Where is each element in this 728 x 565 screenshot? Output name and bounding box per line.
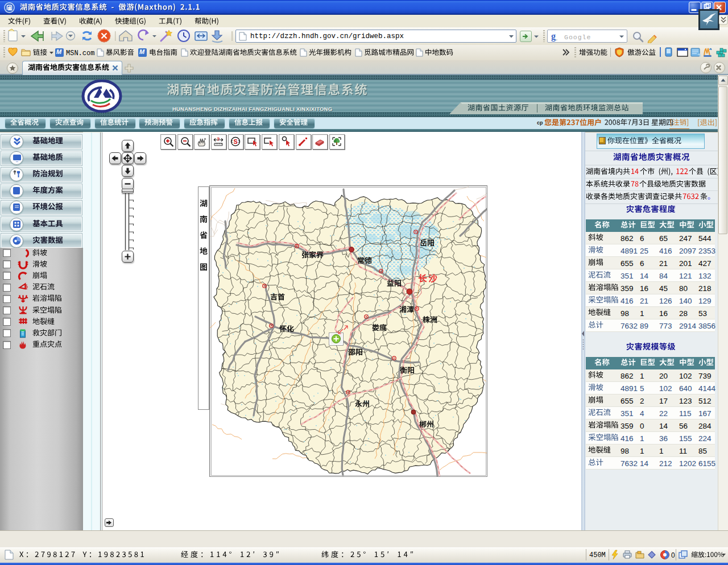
svg-text:S: S xyxy=(234,138,238,145)
svg-text:?: ? xyxy=(217,136,220,142)
